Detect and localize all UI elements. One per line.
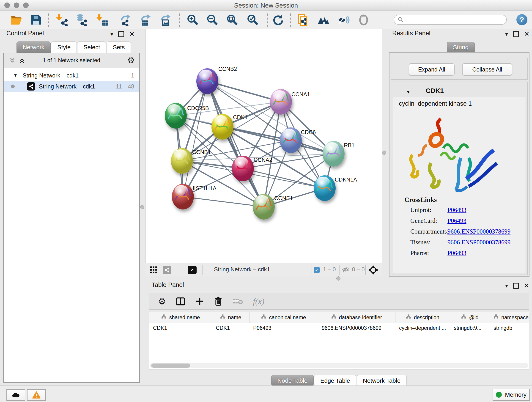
collapse-panel-icon[interactable]: ▾ [505,31,508,37]
show-columns-icon[interactable] [176,297,185,306]
close-panel-icon[interactable]: ✕ [524,30,529,38]
crosslink-value[interactable]: P06493 [447,217,467,227]
clone-network-icon[interactable] [297,13,310,27]
zoom-in-icon[interactable] [186,13,199,27]
graph-node-ccna1[interactable] [270,89,292,115]
table-row[interactable]: CDK1CDK1P064939606.ENSP00000378699cyclin… [149,323,529,333]
network-icon-badge[interactable] [163,266,171,274]
table-cell[interactable]: stringdb:9... [450,325,490,331]
tab-string[interactable]: String [447,42,475,52]
graph-node-ccne1[interactable] [253,194,275,220]
table-horizontal-scrollbar[interactable] [150,363,528,368]
tab-network[interactable]: Network [17,41,51,53]
horizontal-splitter-handle[interactable] [336,276,341,281]
tab-node-table[interactable]: Node Table [271,375,314,386]
network-collection-row[interactable]: ▼ String Network – cdk1 1 [4,70,139,81]
scrollbar-thumb[interactable] [151,364,190,368]
zoom-out-icon[interactable] [206,13,219,27]
warnings-button[interactable] [27,389,46,401]
zoom-fit-icon[interactable] [225,13,239,27]
collapse-all-button[interactable]: Collapse All [462,63,512,76]
fit-content-crosshair-icon[interactable] [368,265,378,275]
collection-count: 1 [131,72,134,79]
column-header-name[interactable]: name [212,312,249,323]
help-button[interactable]: ? [516,14,527,25]
table-cell[interactable]: 9606.ENSP00000378699 [318,325,395,331]
tab-network-table[interactable]: Network Table [357,375,407,386]
graph-node-cdc25b[interactable] [165,103,187,128]
crosslink-value[interactable]: 9606.ENSP00000378699 [447,228,510,238]
birdseye-toggle-icon[interactable] [188,266,196,274]
export-network-icon[interactable] [120,13,133,27]
collapse-panel-icon[interactable]: ▾ [110,31,113,37]
crosslink-value[interactable]: P06493 [447,249,467,260]
column-header-database-identifier[interactable]: database identifier [318,312,395,323]
collapse-panel-icon[interactable]: ▾ [505,283,508,289]
tab-sets[interactable]: Sets [107,41,131,53]
export-table-icon[interactable] [139,13,152,27]
column-header-shared-name[interactable]: shared name [149,312,212,323]
refresh-icon[interactable] [271,13,285,27]
graph-node-ccnb2[interactable] [196,68,218,94]
memory-button[interactable]: Memory [493,389,530,401]
graph-node-label: CCNB2 [218,66,237,72]
network-edge[interactable] [183,197,264,207]
add-column-icon[interactable] [195,297,204,306]
collection-expander-icon[interactable]: ▼ [13,73,18,78]
float-panel-icon[interactable] [118,31,124,37]
right-splitter-handle[interactable] [382,151,386,155]
left-splitter-handle[interactable] [140,205,144,209]
tab-style[interactable]: Style [51,41,77,53]
grid-view-icon[interactable] [150,266,158,274]
column-header-namespace[interactable]: namespace [490,312,529,323]
function-builder-icon[interactable]: f(x) [253,297,264,306]
crosslink-value[interactable]: 9606.ENSP00000378699 [447,239,510,249]
network-edge[interactable] [183,81,207,197]
graph-node-cdc6[interactable] [280,128,302,153]
export-image-icon[interactable] [159,13,172,27]
table-cell[interactable]: P06493 [249,325,318,331]
float-panel-icon[interactable] [513,31,519,37]
import-table-icon[interactable] [95,13,109,27]
first-neighbors-icon[interactable] [317,13,330,27]
column-header-label: @id [469,314,478,321]
column-header-id[interactable]: @id [450,312,490,323]
save-session-icon[interactable] [29,13,43,27]
cloud-status-button[interactable] [6,389,25,401]
graph-node-cdk1[interactable] [211,114,234,140]
column-header-canonical-name[interactable]: canonical name [249,312,318,323]
graph-node-ccnb1[interactable] [171,148,193,174]
table-settings-gear-icon[interactable]: ⚙ [158,296,166,306]
graph-node-ccna2[interactable] [232,156,254,181]
tab-select[interactable]: Select [77,41,106,53]
selected-nodes-checkbox[interactable]: ✓ [314,267,320,273]
crosslink-value[interactable]: P06493 [447,206,467,217]
import-network-icon[interactable] [55,13,69,27]
hidden-elements-eye-slash-icon[interactable] [342,266,350,274]
search-input[interactable] [394,15,507,25]
table-panel-window-buttons: ▾ ✕ [505,282,530,289]
close-panel-icon[interactable]: ✕ [129,30,134,38]
show-all-icon[interactable] [357,13,370,27]
import-network-database-icon[interactable] [75,13,88,27]
network-row-selected[interactable]: String Network – cdk1 11 48 [4,81,139,92]
graph-node-cdkn1a[interactable] [314,175,336,201]
network-canvas[interactable]: CCNB2CCNA1CDC25BCDK1CDC6RB1CCNB1CCNA2CDK… [145,29,382,263]
column-header-description[interactable]: description [395,312,450,323]
close-panel-icon[interactable]: ✕ [524,282,529,289]
table-cell[interactable]: stringdb [490,325,529,331]
table-cell[interactable]: CDK1 [212,325,249,331]
expand-all-button[interactable]: Expand All [409,63,455,76]
graph-node-rb1[interactable] [323,141,345,167]
hide-selected-icon[interactable] [337,13,350,27]
network-options-gear-icon[interactable]: ⚙ [127,56,135,65]
table-cell[interactable]: cyclin–dependent ... [395,325,450,331]
zoom-selected-icon[interactable] [246,13,259,27]
tab-edge-table[interactable]: Edge Table [314,375,356,386]
table-cell[interactable]: CDK1 [149,325,212,331]
delete-column-icon[interactable] [214,297,223,306]
section-expander-icon[interactable]: ▼ [406,89,411,95]
delete-table-icon[interactable] [233,298,243,305]
float-panel-icon[interactable] [513,283,519,289]
open-file-icon[interactable] [9,13,23,27]
